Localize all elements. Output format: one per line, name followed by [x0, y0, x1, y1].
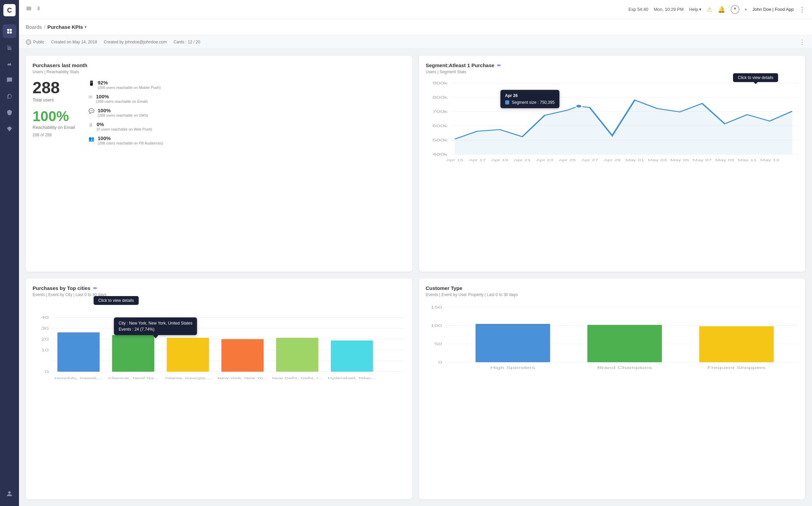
stat-row: 🖥 0% (0 users reachable on Web Push) — [88, 121, 163, 131]
sidebar-logo: C — [3, 4, 16, 16]
svg-text:0: 0 — [438, 360, 442, 364]
segment-tooltip-color-box — [505, 100, 509, 104]
topnav-more-icon[interactable]: ⋮ — [799, 6, 805, 13]
customer-type-card-title: Customer Type — [426, 285, 799, 291]
stat-row: 📱 92% (266 users reachable on Mobile Pus… — [88, 80, 163, 90]
stat-row: ✉ 100% (288 users reachable on Email) — [88, 94, 163, 103]
purchasers-card-title: Purchasers last month — [33, 62, 405, 68]
meta-created-on: Created on May 14, 2018 — [51, 40, 97, 44]
city-tooltip-city: City : New York, New York, United States — [119, 321, 192, 326]
reachability-sub: 288 of 288 — [33, 133, 75, 137]
customer-type-card-subtitle: Events | Event by User Property | Last 0… — [426, 292, 799, 297]
segment-edit-icon[interactable]: ✏ — [497, 63, 501, 68]
warning-icon[interactable]: ⚠ — [707, 6, 712, 13]
svg-text:May 03: May 03 — [648, 158, 667, 162]
meta-bar: Public Created on May 14, 2018 Created b… — [19, 35, 812, 49]
svg-text:0: 0 — [45, 370, 48, 374]
svg-text:40: 40 — [41, 315, 48, 319]
svg-text:New York, New Yo...: New York, New Yo... — [217, 376, 268, 380]
dashboard-content: Purchasers last month Users | Reachabili… — [19, 49, 812, 506]
svg-text:400k: 400k — [432, 152, 448, 157]
reachability-label: Reachability on Email — [33, 125, 75, 130]
stat-icon-1: ✉ — [88, 94, 93, 100]
svg-text:Apr 15: Apr 15 — [446, 158, 463, 162]
city-tooltip-events: Events : 24 (7.74%) — [119, 327, 192, 332]
svg-rect-63 — [699, 326, 774, 362]
sidebar-item-analytics[interactable] — [3, 57, 16, 71]
reachability-percent: 100% — [33, 109, 75, 123]
sidebar-item-grid[interactable] — [3, 24, 16, 38]
top-cities-edit-icon[interactable]: ✏ — [93, 286, 97, 291]
stat-percent-1: 100% — [96, 94, 148, 99]
topnav-time: Mon, 10:29 PM — [654, 7, 684, 12]
bell-icon[interactable]: 🔔 — [718, 6, 725, 13]
svg-rect-46 — [331, 340, 373, 372]
breadcrumb-current[interactable]: Purchase KPIs ▾ — [47, 24, 86, 30]
svg-text:Frequent Shoppers: Frequent Shoppers — [707, 366, 766, 370]
breadcrumb-chevron-icon: ▾ — [84, 25, 86, 30]
stat-icon-0: 📱 — [88, 80, 94, 86]
sidebar-item-chart-bar[interactable] — [3, 41, 16, 54]
stat-icon-4: 👥 — [88, 136, 94, 141]
meta-cards: Cards : 12 / 20 — [174, 40, 200, 44]
segment-card: Segment:Atleast 1 Purchase ✏ Users | Seg… — [419, 56, 806, 272]
user-avatar-icon[interactable] — [731, 5, 739, 14]
sidebar-item-shield[interactable] — [3, 106, 16, 119]
stat-desc-3: (0 users reachable on Web Push) — [97, 127, 152, 131]
svg-text:Apr 19: Apr 19 — [491, 158, 508, 162]
customer-type-chart: 150 100 50 0 High Spenders Brand Champio… — [426, 304, 799, 385]
svg-text:May 05: May 05 — [670, 158, 689, 162]
svg-rect-43 — [167, 338, 209, 372]
svg-rect-44 — [221, 339, 264, 372]
city-tooltip: City : New York, New York, United States… — [114, 317, 197, 335]
public-icon — [26, 39, 31, 45]
svg-text:Apr 27: Apr 27 — [581, 158, 598, 162]
sidebar-item-chat[interactable] — [3, 73, 16, 87]
svg-text:Apr 23: Apr 23 — [536, 158, 553, 162]
svg-text:Brand Champions: Brand Champions — [597, 366, 652, 370]
svg-text:May 07: May 07 — [693, 158, 712, 162]
main-content: Exp 54:40 Mon, 10:29 PM Help ▾ ⚠ 🔔 ▾ Joh… — [19, 0, 812, 506]
cities-click-tooltip: Click to view details — [94, 296, 139, 305]
breadcrumb-separator: / — [44, 24, 45, 30]
svg-text:Honolulu, Hawaii,...: Honolulu, Hawaii,... — [55, 376, 103, 380]
meta-more-icon[interactable]: ⋮ — [799, 39, 805, 45]
stat-percent-3: 0% — [97, 121, 152, 127]
sidebar: C — [0, 0, 19, 506]
pin-icon[interactable] — [36, 6, 41, 13]
exp-timer: Exp 54:40 — [629, 7, 649, 12]
customer-bar-svg: 150 100 50 0 High Spenders Brand Champio… — [426, 304, 799, 385]
user-chevron-icon[interactable]: ▾ — [745, 7, 747, 12]
customer-type-card: Customer Type Events | Event by User Pro… — [419, 278, 806, 499]
svg-text:500k: 500k — [432, 138, 448, 142]
svg-text:Apr 17: Apr 17 — [469, 158, 486, 162]
stat-percent-2: 100% — [98, 108, 148, 113]
svg-text:New Delhi, Delhi, I...: New Delhi, Delhi, I... — [272, 376, 322, 380]
meta-created-by: Created by johndoe@johndoe.com — [104, 40, 167, 44]
meta-public: Public — [26, 39, 44, 45]
top-cities-card-subtitle: Events | Event by City | Last 0 to 30 da… — [33, 292, 405, 297]
top-cities-card-title: Purchases by Top cities ✏ — [33, 285, 405, 291]
breadcrumb-bar: Boards / Purchase KPIs ▾ — [19, 19, 812, 35]
svg-text:Apr 21: Apr 21 — [514, 158, 531, 162]
svg-rect-41 — [57, 332, 100, 372]
svg-text:10: 10 — [41, 348, 48, 352]
svg-text:700k: 700k — [432, 110, 448, 114]
segment-chart-area: 900k 800k 700k 600k 500k 400k Apr 15 Apr… — [426, 80, 799, 168]
stat-desc-4: (288 users reachable on FB Audiences) — [98, 141, 163, 145]
breadcrumb-boards-link[interactable]: Boards — [26, 24, 42, 30]
help-button[interactable]: Help ▾ — [689, 7, 701, 12]
sidebar-item-user[interactable] — [3, 487, 16, 501]
sidebar-item-rocket[interactable] — [3, 90, 16, 103]
top-cities-card: Purchases by Top cities ✏ Events | Event… — [26, 278, 412, 499]
menu-icon[interactable] — [26, 5, 32, 13]
svg-text:High Spenders: High Spenders — [490, 366, 535, 370]
total-users-number: 288 — [33, 80, 75, 96]
svg-text:900k: 900k — [432, 81, 448, 85]
svg-text:800k: 800k — [432, 95, 448, 100]
stat-icon-3: 🖥 — [88, 122, 93, 128]
svg-text:Apr 29: Apr 29 — [603, 158, 620, 162]
svg-text:100: 100 — [431, 324, 442, 328]
svg-text:May 01: May 01 — [625, 158, 644, 162]
sidebar-item-diamond[interactable] — [3, 122, 16, 136]
